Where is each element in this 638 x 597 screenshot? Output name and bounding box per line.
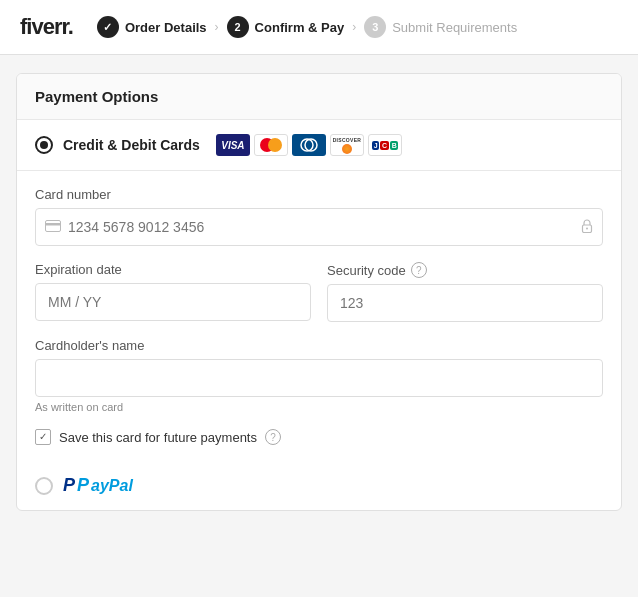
checkmark-icon: ✓	[39, 432, 47, 442]
expiration-label: Expiration date	[35, 262, 311, 277]
security-group: Security code ?	[327, 262, 603, 322]
security-info-icon[interactable]: ?	[411, 262, 427, 278]
step2-icon: 2	[227, 16, 249, 38]
security-label-text: Security code	[327, 263, 406, 278]
card-number-wrapper	[35, 208, 603, 246]
cardholder-group: Cardholder's name As written on card	[35, 338, 603, 413]
discover-icon: DISCOVER	[330, 134, 364, 156]
mastercard-icon	[254, 134, 288, 156]
step-confirm-pay[interactable]: 2 Confirm & Pay	[227, 16, 345, 38]
svg-point-5	[586, 227, 588, 229]
step3-icon: 3	[364, 16, 386, 38]
visa-icon: VISA	[216, 134, 250, 156]
card-form: Card number	[17, 171, 621, 461]
card-brand-icons: VISA	[216, 134, 402, 156]
security-label: Security code ?	[327, 262, 603, 278]
lock-icon	[581, 219, 593, 236]
credit-card-radio[interactable]	[35, 136, 53, 154]
diners-icon	[292, 134, 326, 156]
step-submit-requirements[interactable]: 3 Submit Requirements	[364, 16, 517, 38]
step1-label: Order Details	[125, 20, 207, 35]
paypal-p1: P	[63, 475, 75, 496]
step-order-details[interactable]: ✓ Order Details	[97, 16, 207, 38]
expiration-input[interactable]	[35, 283, 311, 321]
paypal-logo: P P ayPal	[63, 475, 133, 496]
logo-dot: .	[68, 14, 73, 39]
credit-card-option[interactable]: Credit & Debit Cards VISA	[17, 120, 621, 171]
svg-rect-2	[46, 221, 61, 232]
expiry-security-row: Expiration date Security code ?	[35, 262, 603, 322]
cardholder-input[interactable]	[35, 359, 603, 397]
panel-header: Payment Options	[17, 74, 621, 120]
paypal-text: ayPal	[91, 477, 133, 495]
main-content: Payment Options Credit & Debit Cards VIS…	[0, 55, 638, 529]
step1-icon: ✓	[97, 16, 119, 38]
card-number-group: Card number	[35, 187, 603, 246]
save-card-label: Save this card for future payments	[59, 430, 257, 445]
step2-label: Confirm & Pay	[255, 20, 345, 35]
jcb-icon: JCB	[368, 134, 402, 156]
card-icon	[45, 219, 61, 235]
paypal-p2: P	[77, 475, 89, 496]
step3-label: Submit Requirements	[392, 20, 517, 35]
top-nav: fiverr. ✓ Order Details › 2 Confirm & Pa…	[0, 0, 638, 55]
card-number-label: Card number	[35, 187, 603, 202]
svg-rect-3	[45, 223, 61, 226]
payment-panel: Payment Options Credit & Debit Cards VIS…	[16, 73, 622, 511]
save-card-row: ✓ Save this card for future payments ?	[35, 429, 603, 445]
paypal-option[interactable]: P P ayPal	[17, 461, 621, 510]
arrow-2: ›	[352, 20, 356, 34]
logo-text: fiverr	[20, 14, 68, 39]
cardholder-hint: As written on card	[35, 401, 603, 413]
paypal-radio[interactable]	[35, 477, 53, 495]
save-card-checkbox[interactable]: ✓	[35, 429, 51, 445]
cardholder-label: Cardholder's name	[35, 338, 603, 353]
steps-nav: ✓ Order Details › 2 Confirm & Pay › 3 Su…	[97, 16, 517, 38]
security-input[interactable]	[327, 284, 603, 322]
credit-card-label: Credit & Debit Cards	[63, 137, 200, 153]
expiration-group: Expiration date	[35, 262, 311, 322]
card-number-input[interactable]	[35, 208, 603, 246]
fiverr-logo: fiverr.	[20, 14, 73, 40]
panel-title: Payment Options	[35, 88, 158, 105]
arrow-1: ›	[215, 20, 219, 34]
save-card-info-icon[interactable]: ?	[265, 429, 281, 445]
